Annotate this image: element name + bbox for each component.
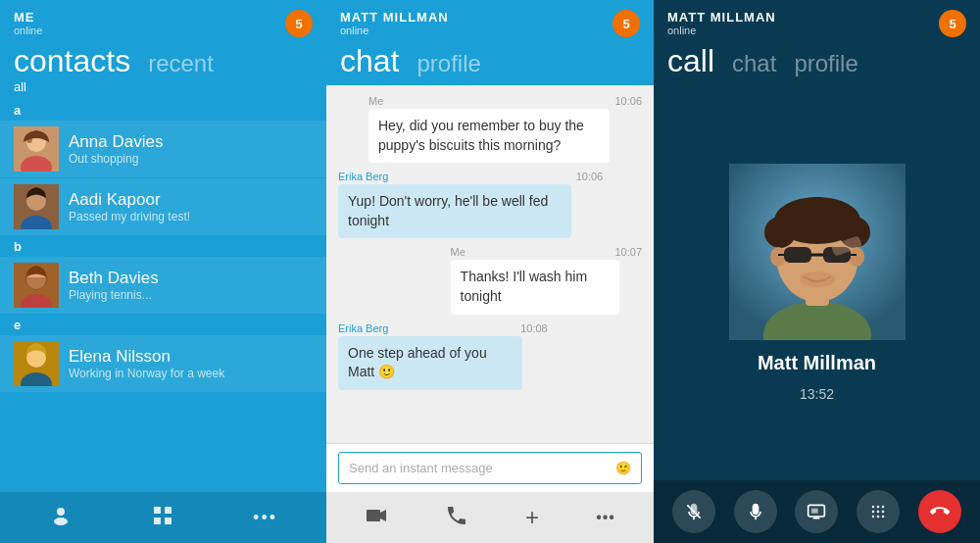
svg-rect-19 xyxy=(367,510,380,521)
msg2-time: 10:06 xyxy=(576,171,604,182)
contact-anna[interactable]: Anna Davies Out shopping xyxy=(0,121,326,177)
contacts-tabs: contacts recent xyxy=(0,41,326,77)
chat-user-info: MATT MILLMAN online xyxy=(340,10,449,36)
svg-point-49 xyxy=(877,506,880,509)
svg-rect-34 xyxy=(784,247,811,263)
tab-chat[interactable]: chat xyxy=(340,45,399,76)
svg-point-55 xyxy=(877,516,880,518)
chat-tabs: chat profile xyxy=(326,41,654,85)
message-2: Erika Berg 10:06 Yup! Don't worry, he'll… xyxy=(338,171,603,238)
end-call-button[interactable] xyxy=(918,490,961,533)
svg-marker-20 xyxy=(380,510,386,521)
chat-input-placeholder: Send an instant message xyxy=(349,461,493,475)
call-duration: 13:52 xyxy=(800,386,834,402)
add-icon[interactable]: + xyxy=(525,504,539,531)
contacts-all-label: all xyxy=(0,77,326,100)
svg-point-39 xyxy=(800,272,835,287)
call-photo-area: Matt Millman 13:52 xyxy=(654,85,980,480)
messages-area: Me 10:06 Hey, did you remember to buy th… xyxy=(326,85,654,443)
svg-rect-18 xyxy=(165,518,172,524)
svg-point-32 xyxy=(770,247,786,267)
contacts-top-bar: ME online 5 xyxy=(0,0,326,41)
keypad-button[interactable] xyxy=(857,490,900,533)
svg-point-50 xyxy=(882,506,885,509)
contacts-list: a Anna Davies Out shopping xyxy=(0,100,326,492)
call-bottom-bar xyxy=(654,480,980,543)
svg-point-14 xyxy=(54,518,68,525)
contact-anna-status: Out shopping xyxy=(69,152,163,166)
contact-aadi-info: Aadi Kapoor Passed my driving test! xyxy=(69,190,190,223)
call-contact-name: Matt Millman xyxy=(758,352,876,374)
contacts-status: online xyxy=(14,25,42,36)
message-1: Me 10:06 Hey, did you remember to buy th… xyxy=(368,95,642,163)
contact-aadi-status: Passed my driving test! xyxy=(69,210,190,223)
msg1-sender: Me xyxy=(368,95,383,107)
contacts-user-info: ME online xyxy=(14,10,42,36)
video-icon[interactable] xyxy=(365,504,388,532)
svg-point-31 xyxy=(800,197,835,232)
section-letter-e: e xyxy=(0,315,326,335)
contact-beth[interactable]: Beth Davies Playing tennis... xyxy=(0,257,326,314)
msg3-bubble: Thanks! I'll wash him tonight xyxy=(451,260,619,314)
tab-call-chat[interactable]: chat xyxy=(732,50,776,77)
tab-call[interactable]: call xyxy=(667,45,714,76)
svg-point-48 xyxy=(872,506,875,509)
msg1-time: 10:06 xyxy=(614,95,642,107)
svg-point-54 xyxy=(872,516,875,518)
msg4-bubble: One step ahead of you Matt 🙂 xyxy=(338,336,522,390)
chat-user-label: MATT MILLMAN xyxy=(340,10,449,25)
contact-anna-info: Anna Davies Out shopping xyxy=(69,132,163,166)
call-tabs: call chat profile xyxy=(654,41,980,85)
tab-call-profile[interactable]: profile xyxy=(794,50,858,77)
chat-input-box[interactable]: Send an instant message 🙂 xyxy=(338,452,642,484)
svg-point-52 xyxy=(877,511,880,514)
chat-badge[interactable]: 5 xyxy=(612,10,640,37)
more-icon[interactable]: ••• xyxy=(253,508,277,528)
contact-elena-status: Working in Norway for a week xyxy=(69,367,224,380)
msg4-time: 10:08 xyxy=(520,322,548,334)
call-user-label: MATT MILLMAN xyxy=(667,10,776,25)
svg-point-56 xyxy=(882,516,885,518)
grid-icon[interactable] xyxy=(151,504,174,532)
msg3-sender: Me xyxy=(451,246,466,258)
call-user-info: MATT MILLMAN online xyxy=(667,10,776,36)
emoji-icon[interactable]: 🙂 xyxy=(615,461,631,475)
section-letter-a: a xyxy=(0,100,326,121)
chat-top-bar: MATT MILLMAN online 5 xyxy=(326,0,654,41)
avatar-anna xyxy=(14,126,59,172)
call-contact-photo xyxy=(729,164,906,340)
contact-aadi[interactable]: Aadi Kapoor Passed my driving test! xyxy=(0,178,326,235)
contact-elena[interactable]: Elena Nilsson Working in Norway for a we… xyxy=(0,335,326,392)
svg-rect-15 xyxy=(154,507,161,514)
mute-button[interactable] xyxy=(672,490,715,533)
contacts-icon[interactable] xyxy=(49,504,73,532)
avatar-elena xyxy=(14,341,59,386)
chat-input-area: Send an instant message 🙂 xyxy=(326,443,654,492)
msg1-bubble: Hey, did you remember to buy the puppy's… xyxy=(368,109,610,163)
phone-icon[interactable] xyxy=(445,504,468,532)
contact-aadi-name: Aadi Kapoor xyxy=(69,190,190,210)
contacts-badge[interactable]: 5 xyxy=(285,10,313,37)
call-panel: MATT MILLMAN online 5 call chat profile xyxy=(654,0,980,543)
contact-elena-name: Elena Nilsson xyxy=(69,347,224,367)
contact-anna-name: Anna Davies xyxy=(69,132,163,152)
chat-more-icon[interactable]: ••• xyxy=(596,509,615,526)
avatar-aadi xyxy=(14,184,59,229)
mic-button[interactable] xyxy=(734,490,777,533)
svg-point-53 xyxy=(882,511,885,514)
msg3-time: 10:07 xyxy=(614,246,642,258)
call-top-bar: MATT MILLMAN online 5 xyxy=(654,0,980,41)
screen-share-button[interactable] xyxy=(795,490,838,533)
tab-profile[interactable]: profile xyxy=(416,50,480,77)
msg2-sender: Erika Berg xyxy=(338,171,388,182)
contacts-panel: ME online 5 contacts recent all a Anna D xyxy=(0,0,326,543)
tab-contacts[interactable]: contacts xyxy=(14,45,130,76)
contact-beth-info: Beth Davies Playing tennis... xyxy=(69,269,159,302)
section-letter-b: b xyxy=(0,236,326,257)
tab-recent[interactable]: recent xyxy=(148,50,214,77)
call-badge[interactable]: 5 xyxy=(939,10,966,37)
message-4: Erika Berg 10:08 One step ahead of you M… xyxy=(338,322,548,390)
message-3: Me 10:07 Thanks! I'll wash him tonight xyxy=(451,246,642,314)
contacts-bottom-bar: ••• xyxy=(0,492,326,543)
svg-rect-16 xyxy=(165,507,172,514)
